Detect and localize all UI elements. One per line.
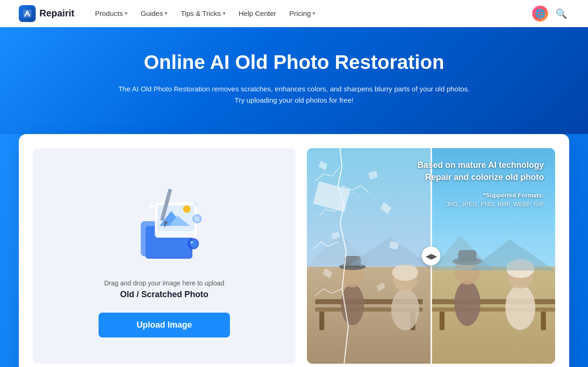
user-avatar[interactable]: 🌐 bbox=[532, 6, 548, 22]
svg-rect-18 bbox=[319, 312, 324, 330]
chevron-down-icon: ▾ bbox=[313, 10, 315, 16]
chevron-down-icon: ▾ bbox=[125, 10, 128, 16]
preview-info-formats: *Supported Formats: JPG, JPEG, PNG, BMP,… bbox=[418, 191, 544, 209]
brand-logo[interactable]: Repairit bbox=[19, 5, 74, 22]
nav-tips-tricks[interactable]: Tips & Tricks ▾ bbox=[175, 6, 231, 21]
svg-point-46 bbox=[505, 285, 535, 330]
hero-subtitle: The AI Old Photo Restoration removes scr… bbox=[116, 83, 473, 106]
nav-guides[interactable]: Guides ▾ bbox=[135, 6, 174, 21]
hero-section: Online AI Old Photo Restoration The AI O… bbox=[0, 27, 588, 134]
logo-icon bbox=[19, 5, 36, 22]
upload-panel: Drag and drop your image here to upload … bbox=[33, 148, 296, 364]
nav-items: Products ▾ Guides ▾ Tips & Tricks ▾ Help… bbox=[89, 6, 532, 21]
svg-rect-0 bbox=[23, 9, 31, 18]
chevron-down-icon: ▾ bbox=[165, 10, 168, 16]
preview-info-title: Based on mature AI technology Repair and… bbox=[418, 159, 544, 183]
chevron-down-icon: ▾ bbox=[223, 10, 226, 16]
nav-pricing[interactable]: Pricing ▾ bbox=[284, 6, 321, 21]
search-button[interactable]: 🔍 bbox=[554, 6, 569, 21]
nav-help-center[interactable]: Help Center bbox=[233, 6, 282, 21]
svg-rect-37 bbox=[315, 183, 349, 211]
svg-point-20 bbox=[341, 284, 364, 325]
upload-illustration bbox=[117, 174, 211, 268]
upload-file-type: Old / Scratched Photo bbox=[120, 290, 208, 300]
svg-point-13 bbox=[191, 241, 193, 244]
hero-title: Online AI Old Photo Restoration bbox=[19, 51, 569, 74]
brand-name: Repairit bbox=[39, 8, 74, 19]
tool-card-wrapper: Drag and drop your image here to upload … bbox=[0, 134, 588, 367]
upload-image-button[interactable]: Upload Image bbox=[99, 313, 230, 337]
svg-point-1 bbox=[27, 14, 28, 15]
slider-handle[interactable]: ◀▶ bbox=[422, 247, 441, 265]
nav-products[interactable]: Products ▾ bbox=[89, 6, 133, 21]
svg-point-24 bbox=[391, 289, 420, 330]
upload-drag-text: Drag and drop your image here to upload bbox=[104, 279, 224, 287]
svg-marker-50 bbox=[468, 240, 555, 270]
nav-right: 🌐 🔍 bbox=[532, 6, 569, 22]
navbar: Repairit Products ▾ Guides ▾ Tips & Tric… bbox=[0, 0, 588, 27]
svg-point-12 bbox=[190, 240, 197, 247]
svg-point-42 bbox=[454, 281, 481, 326]
svg-point-15 bbox=[194, 216, 200, 222]
svg-marker-28 bbox=[348, 237, 431, 266]
tool-card: Drag and drop your image here to upload … bbox=[19, 134, 569, 367]
preview-panel: ◀▶ Based on mature AI technology Repair … bbox=[307, 148, 555, 364]
preview-info: Based on mature AI technology Repair and… bbox=[418, 159, 544, 209]
svg-point-8 bbox=[183, 205, 191, 213]
photo-left bbox=[307, 148, 431, 364]
preview-image-area: ◀▶ Based on mature AI technology Repair … bbox=[307, 148, 555, 364]
